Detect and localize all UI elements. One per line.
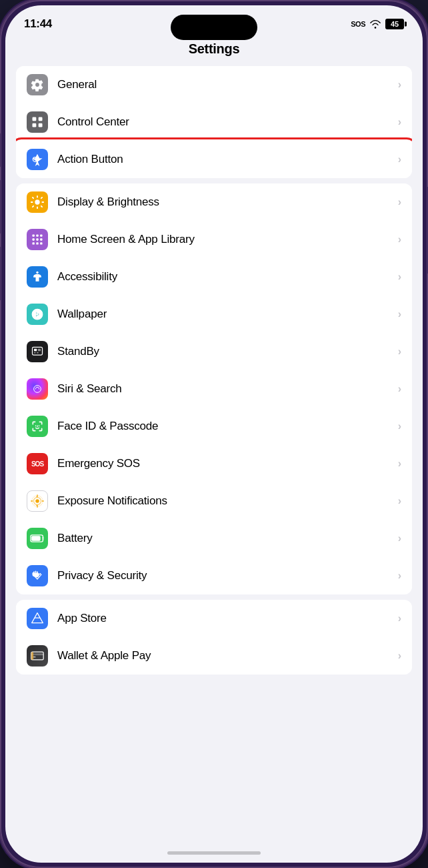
- action-button-icon: [27, 149, 48, 170]
- phone-frame: 11:44 SOS 45 Settings: [0, 0, 428, 868]
- face-id-icon: [27, 416, 48, 437]
- accessibility-label: Accessibility: [57, 270, 393, 284]
- svg-point-17: [37, 311, 39, 313]
- settings-item-accessibility[interactable]: Accessibility ›: [16, 258, 412, 296]
- svg-rect-9: [33, 238, 35, 240]
- svg-rect-10: [36, 238, 38, 240]
- svg-rect-7: [36, 235, 38, 237]
- settings-item-wallet[interactable]: Wallet & Apple Pay ›: [16, 637, 412, 675]
- wifi-icon: [369, 19, 381, 29]
- svg-rect-3: [39, 123, 43, 127]
- settings-item-control-center[interactable]: Control Center ›: [16, 103, 412, 141]
- sos-indicator: SOS: [351, 20, 365, 28]
- svg-point-20: [34, 314, 36, 316]
- svg-point-28: [35, 499, 39, 503]
- exposure-label: Exposure Notifications: [57, 494, 393, 508]
- app-store-label: App Store: [57, 612, 393, 625]
- svg-point-19: [37, 316, 39, 318]
- settings-item-privacy[interactable]: Privacy & Security ›: [16, 557, 412, 594]
- status-icons: SOS 45: [351, 19, 404, 29]
- display-icon: [27, 191, 48, 213]
- siri-label: Siri & Search: [57, 382, 393, 396]
- svg-rect-24: [38, 349, 41, 351]
- settings-item-emergency-sos[interactable]: SOS Emergency SOS ›: [16, 445, 412, 482]
- svg-point-5: [35, 199, 39, 204]
- svg-rect-32: [31, 536, 41, 541]
- battery-chevron: ›: [398, 532, 401, 544]
- settings-section-2: Display & Brightness ›: [16, 183, 412, 594]
- settings-item-siri[interactable]: Siri & Search ›: [16, 370, 412, 408]
- home-screen-label: Home Screen & App Library: [57, 233, 393, 246]
- phone-screen: 11:44 SOS 45 Settings: [5, 5, 423, 863]
- app-store-chevron: ›: [398, 612, 401, 624]
- settings-item-exposure[interactable]: Exposure Notifications ›: [16, 482, 412, 520]
- general-label: General: [57, 78, 393, 91]
- svg-point-18: [39, 314, 41, 316]
- siri-chevron: ›: [398, 383, 401, 395]
- svg-rect-22: [33, 347, 43, 355]
- wallet-label: Wallet & Apple Pay: [57, 649, 393, 663]
- svg-point-21: [36, 313, 38, 315]
- svg-point-15: [36, 272, 38, 274]
- settings-item-battery[interactable]: Battery ›: [16, 520, 412, 557]
- page-title: Settings: [5, 36, 423, 66]
- settings-item-general[interactable]: General ›: [16, 66, 412, 103]
- svg-rect-13: [36, 242, 38, 244]
- settings-item-face-id[interactable]: Face ID & Passcode ›: [16, 408, 412, 445]
- settings-item-standby[interactable]: StandBy ›: [16, 333, 412, 370]
- standby-icon: [27, 341, 48, 362]
- face-id-chevron: ›: [398, 420, 401, 432]
- exposure-icon: [27, 490, 48, 512]
- battery-icon: [27, 528, 48, 549]
- home-screen-chevron: ›: [398, 234, 401, 246]
- settings-item-action-button[interactable]: Action Button ›: [16, 141, 412, 178]
- svg-rect-6: [33, 235, 35, 237]
- wallpaper-label: Wallpaper: [57, 308, 393, 321]
- wallet-icon: [27, 645, 48, 667]
- home-indicator: [167, 851, 261, 855]
- svg-rect-37: [32, 652, 33, 660]
- display-chevron: ›: [398, 196, 401, 208]
- svg-rect-11: [40, 238, 42, 240]
- svg-rect-25: [34, 352, 36, 354]
- privacy-icon: [27, 565, 48, 586]
- general-chevron: ›: [398, 79, 401, 91]
- accessibility-chevron: ›: [398, 271, 401, 283]
- general-icon: [27, 74, 48, 95]
- wallet-chevron: ›: [398, 650, 401, 662]
- svg-rect-23: [34, 349, 37, 351]
- dynamic-island: [171, 15, 257, 40]
- svg-rect-8: [40, 235, 42, 237]
- control-center-chevron: ›: [398, 116, 401, 128]
- siri-icon: [27, 378, 48, 400]
- svg-rect-0: [33, 117, 37, 121]
- status-time: 11:44: [24, 17, 52, 31]
- battery-level: 45: [391, 20, 399, 28]
- svg-rect-26: [37, 352, 39, 354]
- volume-up-button[interactable]: [0, 180, 1, 234]
- privacy-chevron: ›: [398, 570, 401, 582]
- svg-point-27: [34, 386, 41, 393]
- volume-down-button[interactable]: [0, 247, 1, 300]
- emergency-sos-chevron: ›: [398, 458, 401, 470]
- battery-indicator: 45: [385, 19, 404, 29]
- control-center-label: Control Center: [57, 115, 393, 129]
- emergency-sos-icon: SOS: [27, 453, 48, 474]
- display-label: Display & Brightness: [57, 195, 393, 209]
- svg-rect-1: [39, 117, 43, 121]
- mute-button[interactable]: [0, 133, 1, 167]
- control-center-icon: [27, 111, 48, 133]
- standby-chevron: ›: [398, 346, 401, 358]
- emergency-sos-label: Emergency SOS: [57, 457, 393, 470]
- settings-item-wallpaper[interactable]: Wallpaper ›: [16, 296, 412, 333]
- svg-rect-2: [33, 123, 37, 127]
- exposure-chevron: ›: [398, 495, 401, 507]
- accessibility-icon: [27, 266, 48, 288]
- action-button-chevron: ›: [398, 153, 401, 165]
- settings-item-home-screen[interactable]: Home Screen & App Library ›: [16, 221, 412, 258]
- settings-item-display[interactable]: Display & Brightness ›: [16, 183, 412, 221]
- settings-section-1: General › Control Center ›: [16, 66, 412, 178]
- settings-item-app-store[interactable]: App Store ›: [16, 600, 412, 637]
- action-button-label: Action Button: [57, 153, 393, 166]
- wallpaper-icon: [27, 304, 48, 325]
